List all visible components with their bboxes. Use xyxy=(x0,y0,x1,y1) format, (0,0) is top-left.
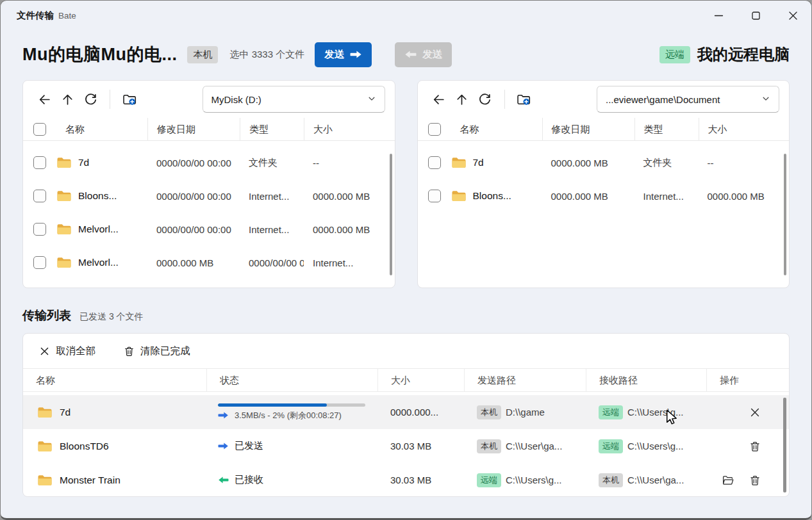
local-badge: 本机 xyxy=(477,439,501,453)
selection-info: 选中 3333 个文件 xyxy=(229,49,304,61)
file-type: 文件夹 xyxy=(240,157,304,169)
remote-path-select[interactable]: ...eviewer\game\Document xyxy=(597,86,779,113)
column-header-date: 修改日期 xyxy=(542,118,634,141)
up-icon[interactable] xyxy=(56,88,79,111)
send-button-label: 发送 xyxy=(324,48,344,61)
app-title: 文件传输 xyxy=(17,10,54,22)
remote-badge: 远端 xyxy=(477,473,501,487)
column-header-type: 类型 xyxy=(240,118,304,141)
folder-icon xyxy=(451,156,467,169)
transfer-section-header: 传输列表 已发送 3 个文件 xyxy=(22,307,790,324)
file-name: Bloons... xyxy=(78,190,117,202)
app-window: 文件传输 Bate Mu的电脑Mu的电... 本机 选中 3333 个文件 发送… xyxy=(0,0,812,520)
select-all-checkbox[interactable] xyxy=(33,123,46,136)
scrollbar[interactable] xyxy=(784,154,786,275)
file-date: 0000.000 MB xyxy=(542,191,634,202)
column-header-recv-path: 接收路径 xyxy=(586,369,706,392)
local-computer-title: Mu的电脑Mu的电... xyxy=(22,43,177,66)
column-header-type: 类型 xyxy=(634,118,699,141)
delete-record-icon[interactable] xyxy=(749,441,761,452)
file-row[interactable]: Melvorl... 0000/00/00 00:00 Internet... … xyxy=(23,213,395,246)
chevron-down-icon xyxy=(761,94,770,105)
folder-icon xyxy=(37,440,53,453)
file-name: Melvorl... xyxy=(78,257,119,268)
minimize-icon[interactable] xyxy=(700,1,737,30)
recv-path: C:\\Users\g... xyxy=(627,407,684,418)
remote-badge: 远端 xyxy=(599,405,623,419)
refresh-icon[interactable] xyxy=(79,88,102,111)
window-controls xyxy=(700,1,811,30)
arrow-right-icon xyxy=(350,50,362,59)
clear-completed-button[interactable]: 清除已完成 xyxy=(124,345,190,358)
file-size: 0000.000 MB xyxy=(304,224,395,235)
new-folder-icon[interactable] xyxy=(513,88,536,111)
column-header-name: 名称 xyxy=(23,369,206,392)
file-row[interactable]: 7d 0000.000 MB 文件夹 -- xyxy=(418,146,790,179)
file-name: 7d xyxy=(473,157,484,168)
back-icon[interactable] xyxy=(427,88,451,111)
transfer-file-name: 7d xyxy=(60,407,70,418)
row-checkbox[interactable] xyxy=(33,190,46,202)
close-icon[interactable] xyxy=(774,1,811,30)
maximize-icon[interactable] xyxy=(737,1,774,30)
scrollbar[interactable] xyxy=(390,154,392,275)
folder-icon xyxy=(56,156,72,169)
file-name: Bloons... xyxy=(473,190,511,202)
new-folder-icon[interactable] xyxy=(118,88,141,111)
row-checkbox[interactable] xyxy=(33,223,46,236)
send-path: C:\\Users\g... xyxy=(506,475,562,485)
recv-path: C:\\User\ga... xyxy=(627,475,684,485)
folder-icon xyxy=(56,223,72,236)
transfer-subtitle: 已发送 3 个文件 xyxy=(79,311,144,323)
file-row[interactable]: Melvorl... 0000.000 MB 0000/00/00 00:00 … xyxy=(23,246,395,279)
receive-direction-icon xyxy=(218,476,229,484)
column-header-status: 状态 xyxy=(206,369,377,392)
file-size: 0000.000 MB xyxy=(699,191,790,202)
transfer-row[interactable]: BloonsTD6 已发送 30.03 MB 本机C:\\User\ga... … xyxy=(23,429,789,463)
transfer-speed-text: 3.5MB/s - 2% (剩余00:08:27) xyxy=(235,410,342,421)
send-button[interactable]: 发送 xyxy=(315,42,372,67)
cancel-all-button[interactable]: 取消全部 xyxy=(39,345,95,358)
local-badge: 本机 xyxy=(477,405,501,419)
row-checkbox[interactable] xyxy=(428,156,441,169)
column-header-date: 修改日期 xyxy=(147,118,240,141)
transfer-row[interactable]: 7d 3.5MB/s - 2% (剩余00:08:27) 0000.000...… xyxy=(23,395,789,429)
transfer-row[interactable]: Monster Train 已接收 30.03 MB 远端C:\\Users\g… xyxy=(23,463,789,497)
local-file-panel: MyDisk (D:) 名称 修改日期 类型 大小 7d 0000/00/00 … xyxy=(22,80,395,288)
file-row[interactable]: 7d 0000/00/00 00:00 文件夹 -- xyxy=(23,146,395,179)
transfer-size: 30.03 MB xyxy=(377,441,464,451)
file-row[interactable]: Bloons... 0000/00/00 00:00 Internet... 0… xyxy=(23,179,395,213)
row-checkbox[interactable] xyxy=(33,256,46,269)
remote-file-panel: ...eviewer\game\Document 名称 修改日期 类型 大小 7… xyxy=(417,80,790,288)
row-checkbox[interactable] xyxy=(33,156,46,169)
file-date: 0000.000 MB xyxy=(147,257,240,268)
header: Mu的电脑Mu的电... 本机 选中 3333 个文件 发送 发送 远端 我的远… xyxy=(22,39,790,70)
local-path-select[interactable]: MyDisk (D:) xyxy=(203,86,385,113)
trash-icon xyxy=(124,346,135,357)
clear-completed-label: 清除已完成 xyxy=(140,345,190,358)
local-table-header: 名称 修改日期 类型 大小 xyxy=(23,118,395,141)
row-checkbox[interactable] xyxy=(428,190,441,202)
folder-icon xyxy=(37,474,53,487)
select-all-checkbox[interactable] xyxy=(428,123,441,136)
progress-fill xyxy=(218,403,327,407)
file-date: 0000/00/00 00:00 xyxy=(147,224,240,235)
titlebar: 文件传输 Bate xyxy=(1,1,811,30)
back-icon[interactable] xyxy=(33,88,56,111)
file-date: 0000/00/00 00:00 xyxy=(147,158,240,168)
delete-record-icon[interactable] xyxy=(749,475,761,486)
column-header-size: 大小 xyxy=(377,369,464,392)
transfer-size: 0000.000... xyxy=(377,407,464,418)
receive-button-label: 发送 xyxy=(422,48,442,61)
column-header-size: 大小 xyxy=(304,118,395,141)
up-icon[interactable] xyxy=(451,88,474,111)
receive-button-disabled[interactable]: 发送 xyxy=(395,42,452,67)
arrow-left-icon xyxy=(404,50,417,59)
refresh-icon[interactable] xyxy=(474,88,497,111)
file-size: -- xyxy=(304,158,395,168)
cancel-transfer-icon[interactable] xyxy=(749,407,761,418)
file-row[interactable]: Bloons... 0000.000 MB Internet... 0000.0… xyxy=(418,179,790,213)
scrollbar[interactable] xyxy=(783,398,786,492)
folder-icon xyxy=(56,256,72,269)
open-folder-icon[interactable] xyxy=(722,475,734,486)
